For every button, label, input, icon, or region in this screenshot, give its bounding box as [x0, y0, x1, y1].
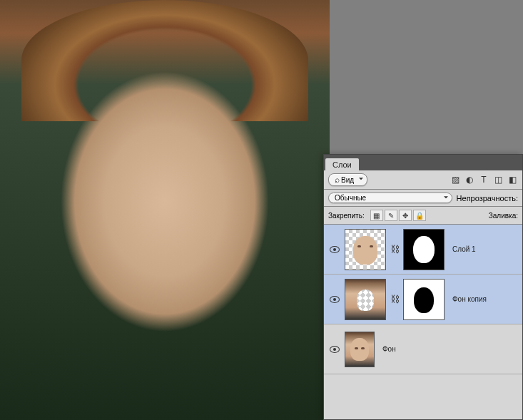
- eye-icon: [330, 346, 340, 353]
- lock-row: Закрепить: ▦ ✎ ✥ 🔒 Заливка:: [324, 207, 522, 225]
- eye-icon: [330, 246, 340, 253]
- layers-list: ⛓ Слой 1 ⛓ Фон копия Фон: [324, 225, 522, 419]
- lock-transparency-icon[interactable]: ▦: [370, 210, 383, 221]
- lock-pixels-icon[interactable]: ✎: [385, 210, 397, 221]
- mask-link-icon[interactable]: ⛓: [388, 244, 401, 255]
- layer-row[interactable]: ⛓ Слой 1: [324, 225, 522, 275]
- adjust-filter-icon[interactable]: ◐: [464, 174, 475, 185]
- canvas-area[interactable]: [0, 0, 330, 420]
- layer-thumbnail[interactable]: [345, 279, 386, 320]
- layer-thumbnail[interactable]: [345, 229, 386, 270]
- layer-row[interactable]: Фон: [324, 324, 522, 374]
- layers-panel: Слои Вид ▨ ◐ T ◫ ◧ Обычные Непрозрачност…: [323, 154, 523, 420]
- type-filter-icon[interactable]: T: [478, 174, 489, 185]
- blend-row: Обычные Непрозрачность:: [324, 190, 522, 207]
- composite-image: [0, 0, 330, 420]
- mask-thumbnail[interactable]: [403, 279, 445, 320]
- mask-link-icon[interactable]: ⛓: [388, 294, 401, 304]
- layer-name-label[interactable]: Слой 1: [452, 245, 476, 253]
- fill-label: Заливка:: [489, 212, 518, 220]
- shape-filter-icon[interactable]: ◫: [492, 174, 504, 185]
- layer-name-label[interactable]: Фон: [382, 345, 396, 353]
- smart-filter-icon[interactable]: ◧: [507, 174, 518, 185]
- search-icon: [335, 176, 341, 184]
- opacity-label: Непрозрачность:: [457, 194, 518, 203]
- layer-name-label[interactable]: Фон копия: [452, 295, 487, 303]
- layer-thumbnail[interactable]: [345, 332, 375, 367]
- blend-mode-dropdown[interactable]: Обычные: [328, 193, 452, 203]
- filter-row: Вид ▨ ◐ T ◫ ◧: [324, 170, 522, 190]
- visibility-toggle[interactable]: [327, 277, 342, 321]
- visibility-toggle[interactable]: [327, 227, 342, 271]
- filter-icon-group: ▨ ◐ T ◫ ◧: [450, 174, 518, 185]
- lock-position-icon[interactable]: ✥: [399, 210, 412, 221]
- lock-label: Закрепить:: [328, 212, 365, 220]
- tab-layers[interactable]: Слои: [325, 158, 359, 170]
- image-filter-icon[interactable]: ▨: [450, 174, 461, 185]
- filter-label: Вид: [341, 176, 354, 184]
- layer-row[interactable]: ⛓ Фон копия: [324, 275, 522, 324]
- mask-thumbnail[interactable]: [403, 229, 445, 270]
- visibility-toggle[interactable]: [327, 327, 342, 371]
- eye-icon: [330, 296, 340, 303]
- lock-all-icon[interactable]: 🔒: [413, 210, 426, 221]
- panel-tab-bar: Слои: [324, 155, 522, 170]
- filter-type-dropdown[interactable]: Вид: [328, 173, 367, 186]
